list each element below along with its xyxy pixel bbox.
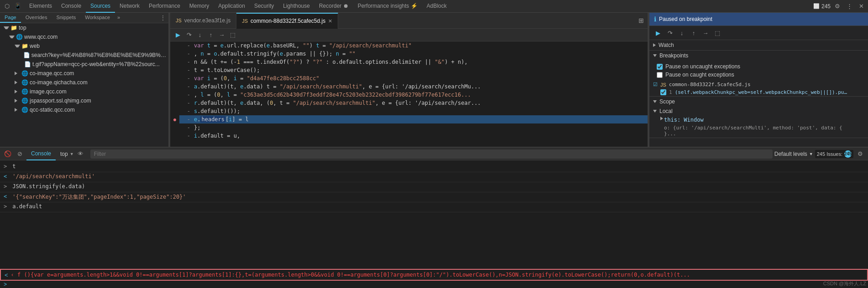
- scope-local-header[interactable]: Local: [649, 107, 868, 116]
- code-line-1: - var t = e.url.replace(e.baseURL, "") t…: [179, 41, 648, 50]
- rp-resume-btn[interactable]: ▶: [653, 28, 663, 38]
- sidebar-tab-snippets[interactable]: Snippets: [52, 13, 80, 23]
- console-clear-btn[interactable]: 🚫: [3, 149, 13, 159]
- issues-badge: 245 Issues: 245: [815, 150, 853, 158]
- step-into-btn[interactable]: ↓: [195, 30, 205, 40]
- console-empty-line: >: [0, 281, 868, 288]
- sidebar-tab-overrides[interactable]: Overrides: [21, 13, 52, 23]
- scope-this-row: this: Window: [649, 116, 868, 124]
- code-lines: - var t = e.url.replace(e.baseURL, "") t…: [179, 41, 648, 140]
- right-panel-toolbar: ▶ ↷ ↓ ↑ → ⬚: [649, 26, 868, 40]
- close-icon[interactable]: ✕: [856, 1, 866, 11]
- step-btn[interactable]: →: [217, 30, 227, 40]
- globe-icon: 🌐: [16, 34, 23, 40]
- rp-deactivate-btn[interactable]: ⬚: [712, 28, 722, 38]
- debugger-toolbar: ▶ ↷ ↓ ↑ → ⬚: [170, 29, 648, 41]
- bp-file-checkbox: ☑: [653, 82, 658, 87]
- eye-icon[interactable]: 👁: [76, 149, 86, 159]
- tab-network[interactable]: Network: [115, 0, 144, 13]
- badge-icon: ⬜: [813, 3, 820, 9]
- default-levels[interactable]: Default levels ▼: [774, 151, 813, 157]
- tree-item-tgif[interactable]: 📄 t.gif?appName=qcc-pc-web&entity=%7B%22…: [0, 60, 168, 69]
- scope-this-value: this: Window: [664, 117, 704, 123]
- watermark: CSDN @海外人.LZ: [823, 280, 866, 287]
- console-settings-btn[interactable]: ⚙: [855, 149, 865, 159]
- pause-uncaught-row: Pause on uncaught exceptions: [657, 62, 861, 71]
- tree-item-co-image-qichacha[interactable]: 🌐 co-image.qichacha.com: [0, 78, 168, 87]
- badge-count: 245: [821, 3, 831, 10]
- tree-item-qcc-static[interactable]: 🌐 qcc-static.qcc.com: [0, 105, 168, 114]
- js-icon-vendor: JS: [176, 18, 182, 23]
- deactivate-bp-btn[interactable]: ⬚: [228, 30, 238, 40]
- inspect-icon[interactable]: ⬡: [2, 1, 12, 11]
- code-line-12: - i.default = u,: [179, 132, 648, 140]
- tree-item-search[interactable]: 📄 search?key=%E4%B8%87%E8%BE%BE%E9%9B%86…: [0, 51, 168, 60]
- scope-chevron: [653, 100, 657, 103]
- tab-security[interactable]: Security: [250, 0, 278, 13]
- levels-chevron: ▼: [809, 152, 813, 156]
- breakpoints-header[interactable]: Breakpoints: [649, 51, 868, 61]
- watch-header[interactable]: Watch: [649, 40, 868, 50]
- watch-section: Watch: [649, 40, 868, 51]
- step-out-btn[interactable]: ↑: [206, 30, 216, 40]
- tab-memory[interactable]: Memory: [185, 0, 214, 13]
- tree-item-jspassport[interactable]: 🌐 jspassport.ssl.qhimg.com: [0, 96, 168, 105]
- close-tab-common[interactable]: ✕: [328, 18, 332, 24]
- step-over-btn[interactable]: ↷: [184, 30, 194, 40]
- bp-line-num: 1: [669, 89, 672, 95]
- resume-btn[interactable]: ▶: [173, 30, 183, 40]
- device-icon[interactable]: 📱: [13, 1, 23, 11]
- paused-text: Paused on breakpoint: [659, 16, 712, 22]
- tree-item-top[interactable]: 📁 top: [0, 23, 168, 32]
- editor-split-btn[interactable]: ⊞: [635, 17, 648, 24]
- more-icon[interactable]: ⋮: [844, 1, 854, 11]
- console-expand-json[interactable]: >: [4, 183, 7, 190]
- console-prompt-value: ‹ f (){var e=arguments.length>1&&void 0!…: [11, 272, 863, 278]
- rp-step-btn[interactable]: →: [701, 28, 711, 38]
- code-line-9: - s.default)());: [179, 107, 648, 115]
- pause-uncaught-checkbox[interactable]: [657, 64, 663, 70]
- rp-step-out-btn[interactable]: ↑: [689, 28, 699, 38]
- scope-local-label: Local: [659, 108, 673, 114]
- editor-tab-vendor[interactable]: JS vendor.e3ea3f1e.js: [170, 13, 236, 29]
- console-filter-input[interactable]: [90, 149, 773, 159]
- settings-icon[interactable]: ⚙: [832, 1, 842, 11]
- code-line-bp: - e.headers[i] = l: [179, 115, 648, 123]
- tree-item-image-qcc[interactable]: 🌐 image.qcc.com: [0, 87, 168, 96]
- pause-caught-label: Pause on caught exceptions: [665, 72, 734, 78]
- rp-step-into-btn[interactable]: ↓: [677, 28, 687, 38]
- tab-elements[interactable]: Elements: [25, 0, 57, 13]
- sidebar-tab-page[interactable]: Page: [0, 13, 21, 23]
- console-output: > t < '/api/search/searchmulti' > JSON.s…: [0, 160, 868, 269]
- console-expand-t[interactable]: >: [4, 163, 7, 170]
- bp-code-checkbox[interactable]: [660, 89, 666, 95]
- console-tab[interactable]: Console: [26, 148, 56, 160]
- pause-caught-checkbox[interactable]: [657, 72, 663, 78]
- file-icon-tgif: 📄: [24, 61, 31, 67]
- globe-icon-jspassport: 🌐: [21, 98, 28, 104]
- main-toolbar: ⬡ 📱 Elements Console Sources Network Per…: [0, 0, 868, 13]
- tree-item-qcc[interactable]: 🌐 www.qcc.com: [0, 32, 168, 41]
- rp-step-over-btn[interactable]: ↷: [665, 28, 675, 38]
- editor-tab-common[interactable]: JS common-88d3322f.5cafec5d.js ✕: [236, 13, 338, 29]
- console-filter-btn[interactable]: ⊘: [15, 149, 25, 159]
- tab-lighthouse[interactable]: Lighthouse: [278, 0, 314, 13]
- tab-performance-insights[interactable]: Performance insights ⚡: [353, 0, 422, 13]
- tab-application[interactable]: Application: [214, 0, 250, 13]
- tab-console[interactable]: Console: [57, 0, 86, 13]
- sidebar-tab-more[interactable]: »: [115, 13, 123, 23]
- tab-adblock[interactable]: AdBlock: [422, 0, 451, 13]
- tab-sources[interactable]: Sources: [86, 0, 115, 13]
- globe-icon-qcc-static: 🌐: [21, 107, 28, 113]
- sidebar-menu-icon[interactable]: ⋮: [157, 13, 168, 23]
- tab-recorder[interactable]: Recorder ⏺: [314, 0, 353, 13]
- folder-icon: 📁: [10, 25, 17, 31]
- scope-header[interactable]: Scope: [649, 97, 868, 107]
- bottom-panel: 🚫 ⊘ Console top ▼ 👁 Default levels ▼ 245…: [0, 147, 868, 288]
- sidebar-tab-workspace[interactable]: Workspace: [80, 13, 115, 23]
- scope-this-chevron: [660, 117, 663, 120]
- console-expand-adefault[interactable]: >: [4, 203, 7, 210]
- tab-performance[interactable]: Performance: [144, 0, 185, 13]
- tree-item-web[interactable]: 📁 web: [0, 41, 168, 51]
- tree-item-co-image-qcc[interactable]: 🌐 co-image.qcc.com: [0, 69, 168, 78]
